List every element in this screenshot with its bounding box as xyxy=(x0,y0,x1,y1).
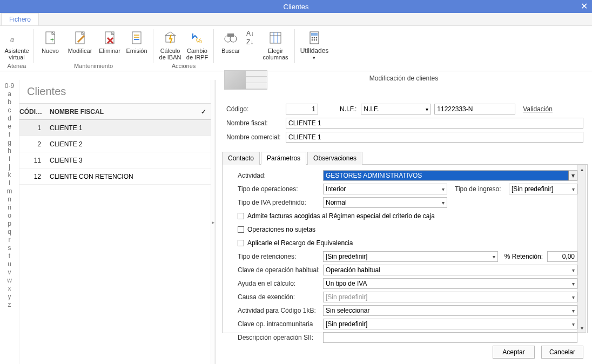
alpha-q[interactable]: q xyxy=(8,228,11,235)
ayuda-select[interactable]: Un tipo de IVA▾ xyxy=(323,278,577,289)
close-icon[interactable]: ✕ xyxy=(581,1,588,11)
alpha-n[interactable]: n xyxy=(8,196,11,203)
alpha-x[interactable]: x xyxy=(8,285,11,292)
nuevo-button[interactable]: + Nuevo xyxy=(37,28,64,62)
alpha-k[interactable]: k xyxy=(8,171,11,179)
col-check[interactable]: ✓ xyxy=(197,108,211,116)
alpha-j[interactable]: j xyxy=(9,163,10,171)
group-label-buscar xyxy=(217,62,292,69)
validacion-link[interactable]: Validación xyxy=(523,105,552,113)
tab-parametros[interactable]: Parámetros xyxy=(261,152,306,165)
alpha-m[interactable]: m xyxy=(7,187,12,195)
alpha-z[interactable]: z xyxy=(8,301,11,308)
footer-buttons: Aceptar Cancelar xyxy=(493,346,583,359)
alpha-u[interactable]: u xyxy=(8,260,11,268)
chk-recargo-row[interactable]: Aplicarle el Recargo de Equivalencia xyxy=(238,237,577,250)
params-scrollbar[interactable]: ▴▾ xyxy=(577,165,586,333)
group-label-manten: Mantenimiento xyxy=(37,62,150,69)
alpha-b[interactable]: b xyxy=(8,98,11,106)
aceptar-button[interactable]: Aceptar xyxy=(493,346,535,359)
chk-caja-row[interactable]: Admite facturas acogidas al Régimen espe… xyxy=(238,210,577,223)
alpha-i[interactable]: i xyxy=(9,155,10,163)
alpha-c[interactable]: c xyxy=(8,106,11,114)
eliminar-label: Eliminar xyxy=(99,48,120,60)
alpha-t[interactable]: t xyxy=(9,252,10,260)
modificar-button[interactable]: Modificar xyxy=(64,28,96,62)
tab-contacto[interactable]: Contacto xyxy=(222,152,260,165)
utilidades-button[interactable]: Utilidades▾ xyxy=(298,28,331,62)
pct-ret-input[interactable] xyxy=(547,251,577,262)
alpha-0-9[interactable]: 0-9 xyxy=(5,82,14,90)
descsii-input[interactable] xyxy=(323,332,577,343)
alpha-y[interactable]: y xyxy=(8,293,11,300)
checkbox-icon xyxy=(238,240,244,246)
act1kb-select[interactable]: Sin seleccionar▾ xyxy=(323,305,577,316)
scroll-down-icon: ▾ xyxy=(581,325,583,331)
codigo-input[interactable] xyxy=(286,104,318,114)
eliminar-button[interactable]: Eliminar xyxy=(96,28,123,62)
elegir-columnas-button[interactable]: Elegir columnas xyxy=(259,28,292,62)
alpha-p[interactable]: p xyxy=(8,220,11,227)
nif-type-select[interactable]: N.I.F.▾ xyxy=(361,104,431,114)
label-descsii: Descripción operación SII: xyxy=(238,334,323,341)
label-nombre-fiscal: Nombre fiscal: xyxy=(226,119,286,127)
intra-select[interactable]: [Sin predefinir]▾ xyxy=(323,319,577,329)
col-name[interactable]: NOMBRE FISCAL xyxy=(46,108,197,116)
label-ayuda: Ayuda en el cálculo: xyxy=(238,280,323,287)
label-pct-ret: % Retención: xyxy=(504,253,543,260)
alpha-r[interactable]: r xyxy=(9,236,11,244)
alpha-v[interactable]: v xyxy=(8,268,11,276)
table-row[interactable]: 1CLIENTE 1 xyxy=(19,120,211,136)
cambio-irpf-button[interactable]: % Cambio de IRPF xyxy=(184,28,211,62)
table-row[interactable]: 12CLIENTE CON RETENCION xyxy=(19,168,211,185)
calculo-iban-button[interactable]: Cálculo de IBAN xyxy=(157,28,184,62)
alpha-d[interactable]: d xyxy=(8,114,11,122)
nombre-comercial-input[interactable] xyxy=(286,132,583,143)
sort-buttons[interactable]: A↓ Z↓ xyxy=(244,28,259,62)
bank-bolt-icon xyxy=(162,29,179,46)
col-codi[interactable]: CÓDI… xyxy=(19,108,46,116)
tipo-ingreso-select[interactable]: [Sin predefinir]▾ xyxy=(509,184,577,194)
tab-observaciones[interactable]: Observaciones xyxy=(307,152,362,165)
alpha-e[interactable]: e xyxy=(8,123,11,130)
alpha-o[interactable]: o xyxy=(8,212,11,219)
cancelar-button[interactable]: Cancelar xyxy=(541,346,583,359)
alpha-l[interactable]: l xyxy=(9,179,10,187)
svg-rect-24 xyxy=(311,33,318,36)
alpha-g[interactable]: g xyxy=(8,139,11,146)
emision-button[interactable]: Emisión xyxy=(123,28,150,62)
alpha-s[interactable]: s xyxy=(8,244,11,252)
label-intra: Clave op. intracomunitaria xyxy=(238,320,323,328)
nombre-fiscal-input[interactable] xyxy=(286,118,583,129)
ribbon-group-acciones: Cálculo de IBAN % Cambio de IRPF Accione… xyxy=(153,26,214,71)
causa-select[interactable]: [Sin predefinir]▾ xyxy=(323,292,577,302)
svg-point-27 xyxy=(316,37,318,39)
clave-select[interactable]: Operación habitual▾ xyxy=(323,265,577,275)
svg-rect-16 xyxy=(227,33,234,37)
cell-cod: 1 xyxy=(19,124,46,132)
asistente-virtual-button[interactable]: α Asistente virtual xyxy=(3,28,30,62)
iban-label: Cálculo de IBAN xyxy=(159,48,181,60)
tipo-iva-select[interactable]: Normal▾ xyxy=(323,197,447,208)
alpha-h[interactable]: h xyxy=(8,147,11,154)
chk-recargo-label: Aplicarle el Recargo de Equivalencia xyxy=(247,239,353,247)
actividad-select[interactable]: GESTORES ADMINISTRATIVOS▾ xyxy=(323,170,577,181)
tipo-ret-select[interactable]: [Sin predefinir]▾ xyxy=(323,251,498,262)
chk-nosuj-row[interactable]: Operaciones no sujetas xyxy=(238,223,577,236)
label-clave: Clave de operación habitual: xyxy=(238,266,323,274)
ribbon-group-buscar: Buscar A↓ Z↓ Elegir columnas xyxy=(214,26,295,71)
alpha-a[interactable]: a xyxy=(8,90,11,98)
alpha-f[interactable]: f xyxy=(9,131,10,138)
alpha-w[interactable]: w xyxy=(7,277,12,284)
svg-point-29 xyxy=(314,39,315,41)
tipo-op-select[interactable]: Interior▾ xyxy=(323,184,447,194)
tab-fichero[interactable]: Fichero xyxy=(1,13,39,25)
table-row[interactable]: 2CLIENTE 2 xyxy=(19,136,211,152)
buscar-button[interactable]: Buscar xyxy=(217,28,244,62)
alpha-ñ[interactable]: ñ xyxy=(8,204,11,211)
label-tipo-ingreso: Tipo de ingreso: xyxy=(455,185,509,193)
splitter-handle[interactable]: ▸ xyxy=(211,80,215,364)
table-row[interactable]: 11CLIENTE 3 xyxy=(19,152,211,168)
nuevo-label: Nuevo xyxy=(42,48,59,60)
nif-input[interactable] xyxy=(434,104,515,114)
